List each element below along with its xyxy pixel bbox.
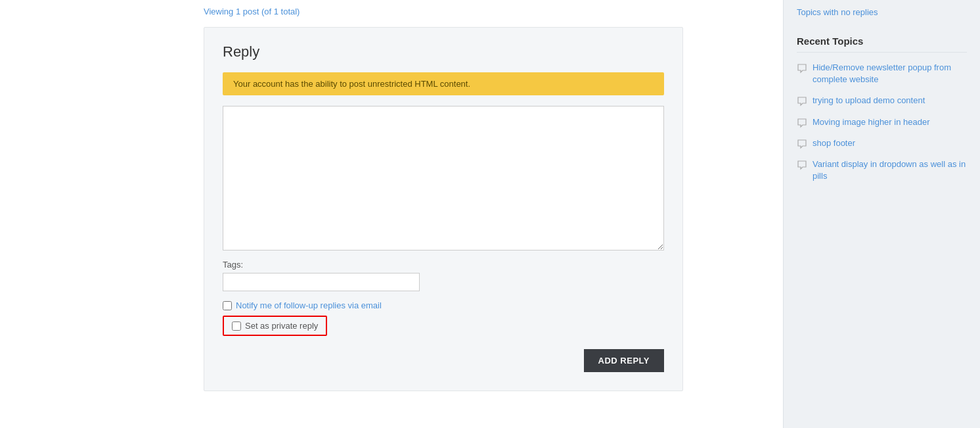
checkboxes-section: Notify me of follow-up replies via email… bbox=[223, 300, 664, 336]
recent-topics-title: Recent Topics bbox=[797, 36, 967, 53]
recent-topic-link-4[interactable]: Variant display in dropdown as well as i… bbox=[813, 158, 967, 182]
chat-icon-4 bbox=[797, 160, 807, 170]
tags-label: Tags: bbox=[223, 260, 664, 270]
no-replies-section: Topics with no replies bbox=[797, 7, 967, 17]
notify-row: Notify me of follow-up replies via email bbox=[223, 300, 664, 310]
private-reply-label[interactable]: Set as private reply bbox=[245, 321, 318, 331]
add-reply-button[interactable]: ADD REPLY bbox=[584, 349, 664, 372]
recent-topic-item-2[interactable]: Moving image higher in header bbox=[797, 116, 967, 128]
private-checkbox[interactable] bbox=[232, 321, 241, 331]
page-wrapper: Viewing 1 post (of 1 total) Reply Your a… bbox=[0, 0, 980, 428]
html-notice: Your account has the ability to post unr… bbox=[223, 72, 664, 95]
notify-label[interactable]: Notify me of follow-up replies via email bbox=[236, 300, 382, 310]
chat-icon-3 bbox=[797, 139, 807, 149]
sidebar: Topics with no replies Recent Topics Hid… bbox=[783, 0, 980, 428]
viewing-info: Viewing 1 post (of 1 total) bbox=[20, 7, 763, 16]
notify-checkbox[interactable] bbox=[223, 301, 232, 310]
recent-topic-item-0[interactable]: Hide/Remove newsletter popup from comple… bbox=[797, 62, 967, 85]
topics-no-replies-link[interactable]: Topics with no replies bbox=[797, 7, 878, 17]
reply-textarea[interactable] bbox=[223, 106, 664, 250]
tags-section: Tags: bbox=[223, 260, 664, 291]
chat-icon-2 bbox=[797, 118, 807, 128]
recent-topic-item-1[interactable]: trying to upload demo content bbox=[797, 95, 967, 107]
submit-row: ADD REPLY bbox=[223, 349, 664, 372]
recent-topic-link-1[interactable]: trying to upload demo content bbox=[813, 95, 925, 107]
recent-topics-section: Recent Topics Hide/Remove newsletter pop… bbox=[797, 36, 967, 182]
reply-container: Reply Your account has the ability to po… bbox=[204, 27, 683, 391]
chat-icon-0 bbox=[797, 63, 807, 74]
chat-icon-1 bbox=[797, 96, 807, 107]
recent-topic-link-2[interactable]: Moving image higher in header bbox=[813, 116, 930, 128]
reply-title: Reply bbox=[223, 43, 664, 60]
private-reply-box: Set as private reply bbox=[223, 316, 327, 336]
recent-topic-link-3[interactable]: shop footer bbox=[813, 137, 855, 149]
recent-topic-item-4[interactable]: Variant display in dropdown as well as i… bbox=[797, 158, 967, 182]
main-content: Viewing 1 post (of 1 total) Reply Your a… bbox=[0, 0, 783, 428]
tags-input[interactable] bbox=[223, 273, 420, 291]
recent-topic-link-0[interactable]: Hide/Remove newsletter popup from comple… bbox=[813, 62, 967, 85]
recent-topic-item-3[interactable]: shop footer bbox=[797, 137, 967, 149]
